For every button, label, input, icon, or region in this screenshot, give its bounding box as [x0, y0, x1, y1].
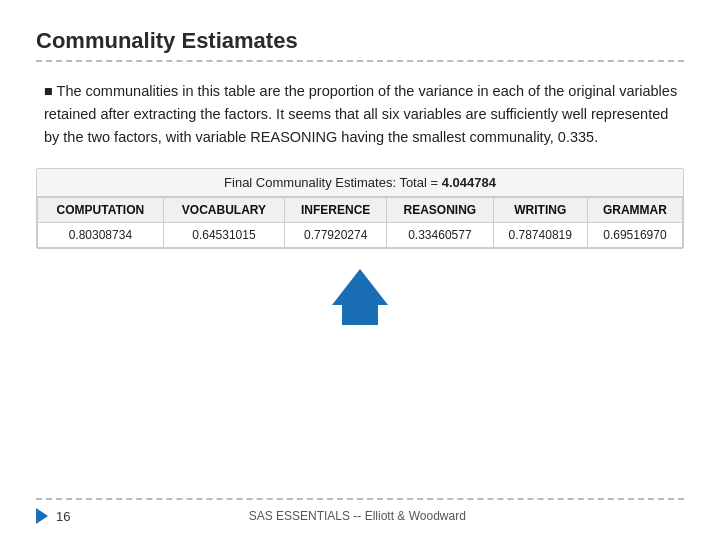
bullet-char: ■ — [44, 83, 57, 99]
col-header-vocabulary: VOCABULARY — [163, 197, 284, 222]
table-header-label: Final Communality Estimates: Total = — [224, 175, 442, 190]
val-grammar: 0.69516970 — [587, 222, 682, 247]
table-header-total: 4.044784 — [442, 175, 496, 190]
val-inference: 0.77920274 — [285, 222, 387, 247]
col-header-reasoning: REASONING — [387, 197, 493, 222]
data-table: COMPUTATION VOCABULARY INFERENCE REASONI… — [37, 197, 683, 248]
col-header-computation: COMPUTATION — [38, 197, 164, 222]
footer: 16 SAS ESSENTIALS -- Elliott & Woodward — [36, 498, 684, 524]
slide: Communality Estiamates ■ The communaliti… — [0, 0, 720, 540]
page-number: 16 — [56, 509, 70, 524]
body-text-content: The communalities in this table are the … — [44, 83, 677, 145]
communality-table-container: Final Communality Estimates: Total = 4.0… — [36, 168, 684, 249]
table-col-headers: COMPUTATION VOCABULARY INFERENCE REASONI… — [38, 197, 683, 222]
footer-arrow-icon — [36, 508, 48, 524]
arrow-container — [36, 269, 684, 305]
footer-left: 16 — [36, 508, 70, 524]
table-row: 0.80308734 0.64531015 0.77920274 0.33460… — [38, 222, 683, 247]
up-arrow-icon — [332, 269, 388, 305]
val-vocabulary: 0.64531015 — [163, 222, 284, 247]
body-text: ■ The communalities in this table are th… — [36, 80, 684, 150]
val-computation: 0.80308734 — [38, 222, 164, 247]
col-header-inference: INFERENCE — [285, 197, 387, 222]
col-header-writing: WRITING — [493, 197, 587, 222]
arrow-triangle — [332, 269, 388, 305]
col-header-grammar: GRAMMAR — [587, 197, 682, 222]
footer-title: SAS ESSENTIALS -- Elliott & Woodward — [249, 509, 466, 523]
table-header: Final Communality Estimates: Total = 4.0… — [37, 169, 683, 197]
slide-title: Communality Estiamates — [36, 28, 684, 62]
val-writing: 0.78740819 — [493, 222, 587, 247]
val-reasoning: 0.33460577 — [387, 222, 493, 247]
